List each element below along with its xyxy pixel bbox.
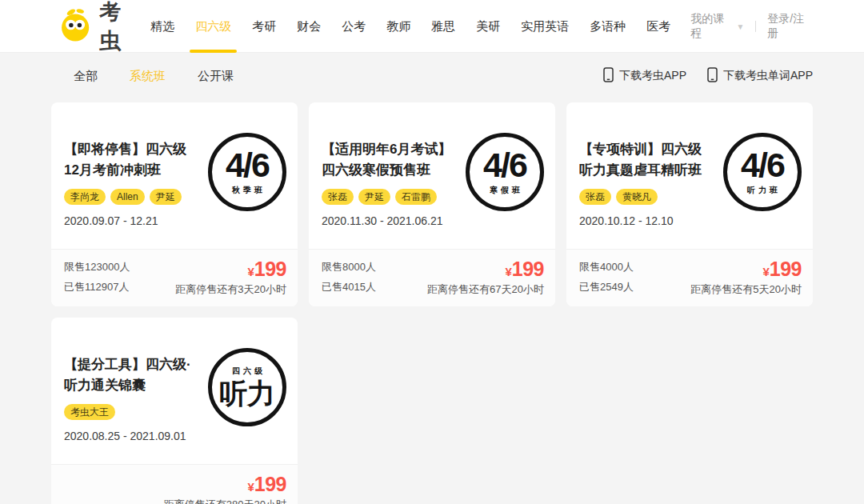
- teacher-tag: 石雷鹏: [395, 189, 437, 205]
- phone-icon: [707, 67, 718, 85]
- teacher-tag: 考虫大王: [64, 404, 115, 420]
- teacher-tags: 考虫大王: [64, 404, 198, 420]
- currency-symbol: ¥: [247, 480, 254, 494]
- kaochong-bird-icon: [59, 6, 93, 46]
- teacher-tags: 李尚龙 Allen 尹延: [64, 189, 198, 205]
- badge-top-text: 四六级: [232, 366, 266, 377]
- sale-countdown: 距离停售还有67天20小时: [427, 282, 544, 297]
- divider: [755, 21, 756, 32]
- course-card[interactable]: 【适用明年6月考试】四六级寒假预售班 张磊 尹延 石雷鹏 2020.11.30 …: [309, 102, 555, 306]
- course-badge-4-6: 4/6 秋季班: [208, 133, 286, 211]
- nav-item-meiyan[interactable]: 美研: [466, 0, 510, 53]
- header-right: 我的课程 ▼ 登录/注册: [690, 12, 813, 41]
- download-word-app-label: 下载考虫单词APP: [723, 69, 813, 83]
- download-word-app-link[interactable]: 下载考虫单词APP: [707, 67, 813, 85]
- course-title: 【提分工具】四六级·听力通关锦囊: [64, 354, 198, 396]
- teacher-tag: 尹延: [150, 189, 182, 205]
- price-amount: 199: [512, 258, 544, 281]
- course-price: ¥ 199: [247, 473, 286, 496]
- badge-main-text: 4/6: [226, 148, 269, 182]
- teacher-tags: 张磊 黄晓凡: [579, 189, 714, 205]
- currency-symbol: ¥: [505, 265, 511, 278]
- course-date-range: 2020.10.12 - 12.10: [579, 214, 714, 227]
- course-badge-listening: 四六级 听力: [208, 348, 286, 426]
- download-app-label: 下载考虫APP: [619, 69, 686, 83]
- price-amount: 199: [254, 473, 286, 496]
- course-title: 【专项特训】四六级听力真题虐耳精听班: [579, 139, 714, 181]
- my-courses-menu[interactable]: 我的课程 ▼: [690, 12, 744, 41]
- course-date-range: 2020.11.30 - 2021.06.21: [322, 214, 456, 227]
- my-courses-label: 我的课程: [690, 12, 732, 41]
- filter-all[interactable]: 全部: [74, 69, 98, 84]
- card-footer: 限售4000人 已售2549人 ¥ 199 距离停售还有5天20小时: [566, 249, 813, 306]
- teacher-tags: 张磊 尹延 石雷鹏: [322, 189, 456, 205]
- filter-system-class[interactable]: 系统班: [130, 69, 166, 84]
- nav-item-cet46[interactable]: 四六级: [185, 0, 242, 53]
- badge-sub-text: 秋季班: [232, 185, 266, 196]
- nav-item-featured[interactable]: 精选: [140, 0, 185, 53]
- currency-symbol: ¥: [762, 265, 769, 278]
- card-footer: 限售123000人 已售112907人 ¥ 199 距离停售还有3天20小时: [51, 249, 298, 306]
- nav-item-kaoyan[interactable]: 考研: [242, 0, 286, 53]
- phone-icon: [603, 67, 614, 85]
- sales-sold: 已售4015人: [322, 280, 376, 294]
- teacher-tag: 李尚龙: [64, 189, 106, 205]
- sale-countdown: 距离停售还有280天20小时: [164, 498, 286, 504]
- badge-sub-text: 听力班: [747, 185, 781, 196]
- main-nav: 精选 四六级 考研 财会 公考 教师 雅思 美研 实用英语 多语种 医考: [140, 0, 681, 53]
- sales-sold: 已售112907人: [64, 280, 130, 294]
- course-filters: 全部 系统班 公开课: [51, 69, 234, 84]
- badge-sub-text: 寒假班: [490, 185, 523, 196]
- price-amount: 199: [770, 258, 802, 281]
- course-price: ¥ 199: [505, 258, 544, 281]
- course-card[interactable]: 【即将停售】四六级12月考前冲刺班 李尚龙 Allen 尹延 2020.09.0…: [51, 102, 298, 306]
- sale-countdown: 距离停售还有5天20小时: [690, 282, 802, 297]
- card-body: 【提分工具】四六级·听力通关锦囊 考虫大王 2020.08.25 - 2021.…: [51, 318, 298, 464]
- badge-main-text: 4/6: [483, 148, 526, 182]
- filter-bar: 全部 系统班 公开课 下载考虫APP 下载考虫单词APP: [51, 67, 813, 85]
- course-title: 【适用明年6月考试】四六级寒假预售班: [322, 139, 456, 181]
- brand-logo[interactable]: 考虫: [59, 0, 140, 55]
- top-header: 考虫 精选 四六级 考研 财会 公考 教师 雅思 美研 实用英语 多语种 医考 …: [0, 0, 864, 53]
- badge-main-text: 4/6: [741, 148, 784, 182]
- login-register-link[interactable]: 登录/注册: [767, 12, 813, 41]
- card-body: 【适用明年6月考试】四六级寒假预售班 张磊 尹延 石雷鹏 2020.11.30 …: [309, 102, 555, 249]
- sales-limit: 限售8000人: [322, 260, 376, 274]
- nav-item-jiaoshi[interactable]: 教师: [376, 0, 421, 53]
- teacher-tag: Allen: [110, 189, 145, 205]
- nav-item-yikao[interactable]: 医考: [636, 0, 681, 53]
- course-badge-4-6: 4/6 寒假班: [466, 133, 544, 211]
- teacher-tag: 张磊: [579, 189, 611, 205]
- card-footer: ¥ 199 距离停售还有280天20小时: [51, 464, 298, 504]
- card-body: 【专项特训】四六级听力真题虐耳精听班 张磊 黄晓凡 2020.10.12 - 1…: [566, 102, 813, 249]
- brand-name: 考虫: [99, 0, 140, 55]
- chevron-down-icon: ▼: [736, 22, 744, 31]
- course-price: ¥ 199: [762, 258, 802, 281]
- teacher-tag: 尹延: [358, 189, 390, 205]
- nav-item-practical-english[interactable]: 实用英语: [510, 0, 579, 53]
- course-card[interactable]: 【提分工具】四六级·听力通关锦囊 考虫大王 2020.08.25 - 2021.…: [51, 318, 298, 504]
- course-date-range: 2020.09.07 - 12.21: [64, 214, 198, 227]
- nav-item-caikuai[interactable]: 财会: [286, 0, 331, 53]
- card-body: 【即将停售】四六级12月考前冲刺班 李尚龙 Allen 尹延 2020.09.0…: [51, 102, 298, 249]
- teacher-tag: 张磊: [322, 189, 354, 205]
- nav-item-yasi[interactable]: 雅思: [421, 0, 466, 53]
- sales-limit: 限售4000人: [579, 260, 634, 274]
- nav-item-multilingual[interactable]: 多语种: [579, 0, 636, 53]
- download-links: 下载考虫APP 下载考虫单词APP: [603, 67, 813, 85]
- price-amount: 199: [254, 258, 286, 281]
- download-app-link[interactable]: 下载考虫APP: [603, 67, 686, 85]
- course-card[interactable]: 【专项特训】四六级听力真题虐耳精听班 张磊 黄晓凡 2020.10.12 - 1…: [566, 102, 813, 306]
- sales-limit: 限售123000人: [64, 260, 130, 274]
- filter-open-class[interactable]: 公开课: [198, 69, 234, 84]
- course-badge-4-6: 4/6 听力班: [723, 133, 802, 211]
- course-date-range: 2020.08.25 - 2021.09.01: [64, 430, 198, 442]
- currency-symbol: ¥: [247, 265, 254, 278]
- sale-countdown: 距离停售还有3天20小时: [175, 282, 286, 297]
- course-price: ¥ 199: [247, 258, 286, 281]
- sales-sold: 已售2549人: [579, 280, 634, 294]
- badge-main-text: 听力: [219, 378, 275, 410]
- card-footer: 限售8000人 已售4015人 ¥ 199 距离停售还有67天20小时: [309, 249, 555, 306]
- course-title: 【即将停售】四六级12月考前冲刺班: [64, 139, 198, 181]
- nav-item-gongkao[interactable]: 公考: [331, 0, 376, 53]
